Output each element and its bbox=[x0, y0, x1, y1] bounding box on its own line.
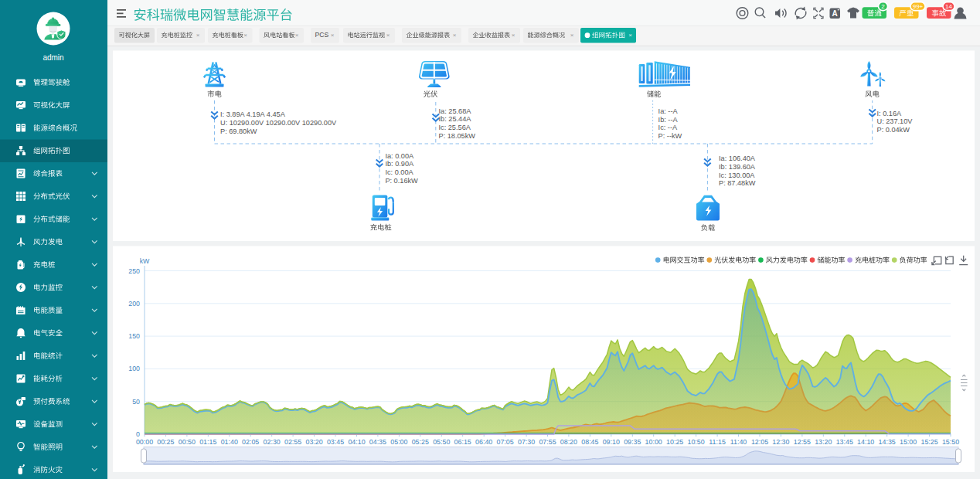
svg-text:kW: kW bbox=[140, 257, 150, 265]
svg-text:15:25: 15:25 bbox=[920, 438, 937, 446]
svg-text:11:15: 11:15 bbox=[709, 438, 726, 446]
svg-text:Ib: 139.60A: Ib: 139.60A bbox=[719, 163, 756, 171]
svg-text:2: 2 bbox=[881, 3, 885, 10]
svg-text:01:40: 01:40 bbox=[221, 438, 238, 446]
svg-text:14:10: 14:10 bbox=[857, 438, 874, 446]
svg-text:×: × bbox=[628, 32, 632, 39]
svg-text:08:45: 08:45 bbox=[581, 438, 598, 446]
svg-text:Ia: 106.40A: Ia: 106.40A bbox=[719, 155, 756, 162]
svg-text:P: 87.48kW: P: 87.48kW bbox=[719, 179, 756, 187]
svg-text:Ia: --A: Ia: --A bbox=[658, 107, 679, 115]
svg-text:05:00: 05:00 bbox=[390, 438, 407, 446]
svg-text:08:20: 08:20 bbox=[560, 438, 577, 446]
svg-text:P: 0.16kW: P: 0.16kW bbox=[385, 177, 418, 185]
svg-text:P: 18.05kW: P: 18.05kW bbox=[439, 132, 476, 140]
svg-text:PCS: PCS bbox=[315, 31, 329, 39]
svg-text:P: 69.80kW: P: 69.80kW bbox=[220, 127, 257, 135]
svg-text:50: 50 bbox=[132, 398, 140, 406]
svg-text:12:55: 12:55 bbox=[794, 438, 811, 446]
svg-text:Ib: --A: Ib: --A bbox=[658, 116, 679, 124]
svg-text:150: 150 bbox=[128, 332, 140, 340]
svg-text:U: 10290.00V 10290.00V 10290.0: U: 10290.00V 10290.00V 10290.00V bbox=[220, 119, 337, 127]
svg-text:14: 14 bbox=[945, 3, 952, 10]
svg-text:Ia: 0.00A: Ia: 0.00A bbox=[385, 152, 414, 160]
svg-text:Ic: --A: Ic: --A bbox=[658, 124, 678, 131]
svg-text:07:55: 07:55 bbox=[539, 438, 556, 446]
svg-text:06:15: 06:15 bbox=[454, 438, 471, 446]
svg-text:03:20: 03:20 bbox=[305, 438, 322, 446]
svg-text:00:25: 00:25 bbox=[157, 438, 174, 446]
svg-text:01:15: 01:15 bbox=[199, 438, 216, 446]
svg-text:11:40: 11:40 bbox=[730, 438, 747, 446]
svg-text:02:55: 02:55 bbox=[284, 438, 301, 446]
svg-text:04:35: 04:35 bbox=[369, 438, 386, 446]
svg-text:Ib: 0.90A: Ib: 0.90A bbox=[385, 160, 414, 168]
svg-text:05:50: 05:50 bbox=[433, 438, 450, 446]
svg-text:I: 0.16A: I: 0.16A bbox=[877, 110, 903, 117]
svg-text:P: 0.04kW: P: 0.04kW bbox=[877, 126, 910, 134]
svg-text:10:50: 10:50 bbox=[687, 438, 704, 446]
svg-text:A: A bbox=[832, 9, 838, 18]
svg-text:03:45: 03:45 bbox=[327, 438, 344, 446]
svg-text:Ic: 25.56A: Ic: 25.56A bbox=[439, 124, 471, 131]
svg-text:05:25: 05:25 bbox=[412, 438, 429, 446]
svg-text:10:25: 10:25 bbox=[666, 438, 683, 446]
svg-text:10:00: 10:00 bbox=[645, 438, 662, 446]
svg-text:0: 0 bbox=[136, 430, 140, 438]
svg-text:Ic: 130.00A: Ic: 130.00A bbox=[719, 172, 755, 179]
svg-text:00:00: 00:00 bbox=[136, 438, 153, 446]
svg-text:15:00: 15:00 bbox=[900, 438, 917, 446]
svg-text:02:05: 02:05 bbox=[242, 438, 259, 446]
svg-text:02:30: 02:30 bbox=[264, 438, 281, 446]
svg-text:admin: admin bbox=[43, 53, 63, 62]
svg-text:04:10: 04:10 bbox=[348, 438, 365, 446]
svg-text:15:50: 15:50 bbox=[942, 438, 959, 446]
svg-text:250: 250 bbox=[128, 267, 140, 275]
svg-text:00:50: 00:50 bbox=[179, 438, 196, 446]
svg-text:×: × bbox=[570, 32, 574, 39]
svg-text:100: 100 bbox=[128, 365, 140, 372]
svg-text:07:30: 07:30 bbox=[518, 438, 535, 446]
svg-text:×: × bbox=[512, 32, 516, 39]
svg-text:×: × bbox=[331, 32, 335, 39]
svg-text:09:10: 09:10 bbox=[603, 438, 620, 446]
svg-text:×: × bbox=[295, 32, 299, 39]
svg-text:13:45: 13:45 bbox=[836, 438, 853, 446]
svg-text:13:20: 13:20 bbox=[815, 438, 832, 446]
svg-text:P: --kW: P: --kW bbox=[658, 132, 682, 140]
svg-text:99+: 99+ bbox=[913, 3, 924, 10]
svg-text:Ib: 25.44A: Ib: 25.44A bbox=[439, 115, 472, 123]
svg-text:Ia: 25.68A: Ia: 25.68A bbox=[439, 107, 472, 115]
svg-text:14:35: 14:35 bbox=[879, 438, 896, 446]
svg-text:200: 200 bbox=[128, 300, 140, 307]
svg-text:07:05: 07:05 bbox=[496, 438, 513, 446]
svg-text:×: × bbox=[386, 32, 390, 39]
svg-text:×: × bbox=[243, 32, 247, 39]
svg-text:I: 3.89A 4.19A 4.45A: I: 3.89A 4.19A 4.45A bbox=[220, 110, 286, 118]
svg-text:06:40: 06:40 bbox=[475, 438, 492, 446]
svg-text:12:05: 12:05 bbox=[751, 438, 768, 446]
svg-text:×: × bbox=[453, 32, 457, 39]
svg-text:×: × bbox=[196, 32, 200, 39]
svg-text:Ic: 0.00A: Ic: 0.00A bbox=[385, 168, 413, 176]
svg-text:12:30: 12:30 bbox=[772, 438, 789, 446]
svg-text:U: 237.10V: U: 237.10V bbox=[877, 117, 914, 125]
svg-text:09:35: 09:35 bbox=[624, 438, 641, 446]
